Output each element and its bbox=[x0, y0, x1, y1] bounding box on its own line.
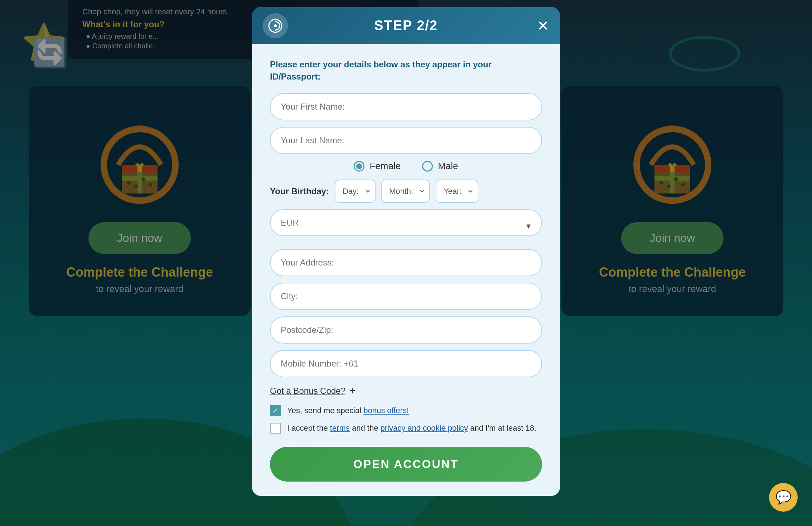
offers-checkbox-row: ✓ Yes, send me special bonus offers! bbox=[270, 405, 542, 416]
last-name-input[interactable] bbox=[270, 127, 542, 154]
birthday-day-select[interactable]: Day: bbox=[335, 180, 376, 203]
privacy-policy-link[interactable]: privacy and cookie policy bbox=[381, 424, 468, 432]
offers-label: Yes, send me special bonus offers! bbox=[287, 405, 409, 416]
bonus-code-row: Got a Bonus Code? + bbox=[270, 385, 542, 397]
gender-male-option[interactable]: Male bbox=[422, 161, 458, 172]
chat-icon: 💬 bbox=[775, 490, 792, 505]
gender-female-option[interactable]: Female bbox=[354, 161, 401, 172]
city-input[interactable] bbox=[270, 283, 542, 310]
modal-close-button[interactable]: ✕ bbox=[537, 19, 549, 33]
male-radio[interactable] bbox=[422, 161, 433, 172]
first-name-input[interactable] bbox=[270, 93, 542, 120]
birthday-label: Your Birthday: bbox=[270, 186, 329, 196]
terms-label: I accept the terms and the privacy and c… bbox=[287, 422, 536, 434]
birthday-month-select[interactable]: Month: bbox=[381, 180, 430, 203]
offers-checkbox[interactable]: ✓ bbox=[270, 405, 281, 416]
open-account-button[interactable]: OPEN ACCOUNT bbox=[270, 447, 542, 482]
chat-bubble[interactable]: 💬 bbox=[769, 483, 798, 512]
female-radio[interactable] bbox=[354, 161, 364, 172]
modal-logo bbox=[263, 13, 288, 38]
bonus-plus-icon: + bbox=[350, 385, 356, 397]
male-label: Male bbox=[438, 161, 458, 172]
currency-select[interactable]: EUR USD GBP AUD bbox=[270, 209, 542, 236]
modal-step-label: STEP 2/2 bbox=[374, 18, 438, 33]
modal-instruction: Please enter your details below as they … bbox=[270, 58, 542, 82]
birthday-row: Your Birthday: Day: Month: Year: bbox=[270, 180, 542, 203]
terms-checkbox-row: I accept the terms and the privacy and c… bbox=[270, 422, 542, 434]
modal-body: Please enter your details below as they … bbox=[252, 44, 560, 496]
registration-modal: STEP 2/2 ✕ Please enter your details bel… bbox=[252, 7, 560, 496]
svg-point-24 bbox=[274, 24, 277, 27]
address-input[interactable] bbox=[270, 249, 542, 276]
terms-checkbox[interactable] bbox=[270, 423, 281, 434]
terms-link[interactable]: terms bbox=[330, 424, 350, 432]
gender-selector: Female Male bbox=[270, 161, 542, 172]
currency-wrapper: EUR USD GBP AUD ▼ bbox=[270, 209, 542, 243]
postcode-input[interactable] bbox=[270, 316, 542, 344]
modal-overlay: STEP 2/2 ✕ Please enter your details bel… bbox=[0, 0, 812, 526]
female-label: Female bbox=[369, 161, 401, 172]
mobile-input[interactable] bbox=[270, 350, 542, 377]
bonus-offers-link[interactable]: bonus offers! bbox=[363, 406, 409, 415]
modal-header: STEP 2/2 ✕ bbox=[252, 7, 560, 44]
bonus-code-link[interactable]: Got a Bonus Code? bbox=[270, 386, 345, 396]
birthday-year-select[interactable]: Year: bbox=[436, 180, 478, 203]
